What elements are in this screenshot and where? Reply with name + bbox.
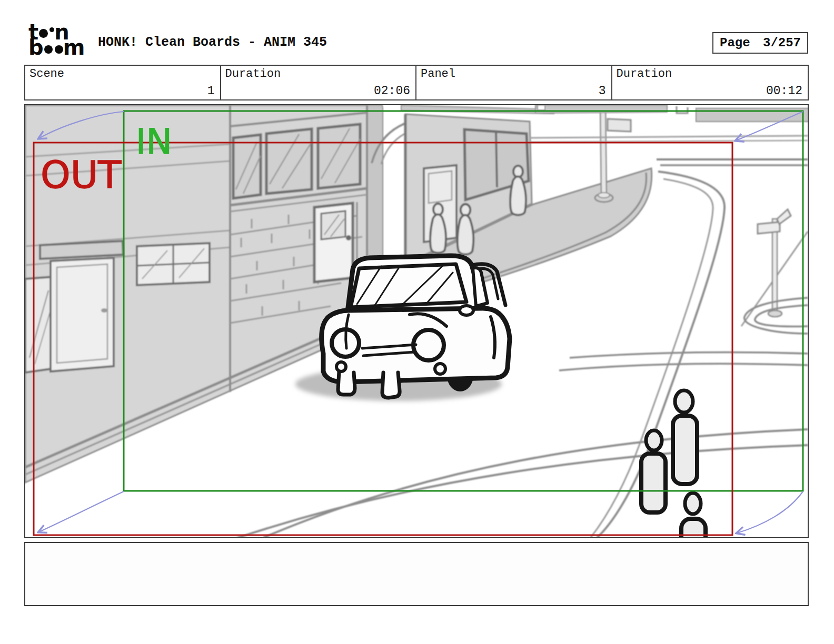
panel-duration-value: 00:12 [766, 84, 802, 98]
logo-dot-icon [55, 45, 63, 54]
logo-letter: b [28, 37, 44, 58]
car-drawing [322, 256, 510, 398]
panel-duration-cell: Duration 00:12 [612, 66, 808, 99]
page-number-box: Page 3/257 [712, 32, 808, 54]
camera-motion-arrow-bottom-left [39, 491, 124, 532]
logo-letter: m [63, 37, 85, 58]
storyboard-panel: IN OUT [24, 104, 809, 538]
street-sign [744, 209, 808, 334]
camera-out-label: OUT [41, 153, 122, 197]
panel-cell: Panel 3 [416, 66, 612, 99]
storyboard-page: tn bm HONK! Clean Boards - ANIM 345 Page… [0, 0, 834, 644]
panel-duration-label: Duration [617, 67, 672, 80]
toonboom-logo: tn bm [28, 25, 85, 56]
scene-cell: Scene 1 [25, 66, 221, 99]
camera-motion-arrow-bottom-right [737, 491, 803, 533]
panel-value: 3 [599, 84, 606, 98]
scene-duration-label: Duration [225, 67, 281, 80]
scene-value: 1 [207, 84, 215, 98]
logo-dot-icon [49, 27, 54, 32]
scene-duration-value: 02:06 [374, 84, 410, 98]
page-value: 3/257 [763, 36, 801, 50]
panel-info-table: Scene 1 Duration 02:06 Panel 3 Duration … [24, 65, 809, 100]
page-label: Page [720, 36, 750, 50]
caption-box [24, 542, 809, 606]
logo-dot-icon [44, 45, 53, 54]
panel-label: Panel [421, 67, 455, 80]
project-title: HONK! Clean Boards - ANIM 345 [98, 35, 327, 50]
panel-artwork: IN OUT [25, 105, 808, 537]
scene-duration-cell: Duration 02:06 [221, 66, 417, 99]
camera-in-label: IN [136, 122, 172, 162]
scene-label: Scene [29, 67, 64, 80]
